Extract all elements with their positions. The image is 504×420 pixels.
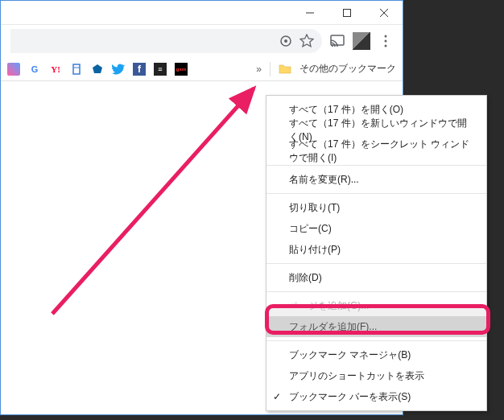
menu-bookmark-manager[interactable]: ブックマーク マネージャ(B) (266, 344, 486, 365)
svg-point-7 (385, 35, 387, 38)
menu-separator (266, 263, 486, 264)
menu-delete[interactable]: 削除(D) (266, 267, 486, 288)
bookmark-item[interactable] (7, 63, 20, 76)
star-icon[interactable] (300, 34, 314, 48)
bookmark-items: G Y! f ≡ gxm (7, 63, 188, 76)
menu-label: ブックマーク バーを表示(S) (289, 390, 411, 404)
browser-toolbar (1, 25, 403, 57)
bookmark-item[interactable]: gxm (175, 63, 188, 76)
target-icon[interactable] (279, 34, 293, 48)
overflow-chevron-icon[interactable]: » (256, 64, 262, 75)
bookmark-item[interactable]: Y! (49, 63, 62, 76)
bookmark-item[interactable]: f (133, 63, 146, 76)
menu-separator (266, 165, 486, 166)
menu-copy[interactable]: コピー(C) (266, 218, 486, 239)
menu-paste[interactable]: 貼り付け(P) (266, 239, 486, 260)
close-button[interactable] (366, 1, 403, 25)
separator (270, 62, 271, 76)
bookmarks-bar: G Y! f ≡ gxm » その他のブックマーク (1, 57, 403, 81)
menu-show-app-shortcuts[interactable]: アプリのショートカットを表示 (266, 365, 486, 386)
other-bookmarks-button[interactable]: その他のブックマーク (300, 62, 396, 76)
menu-show-bookmarks-bar[interactable]: ✓ ブックマーク バーを表示(S) (266, 386, 486, 407)
profile-avatar[interactable] (353, 32, 370, 50)
svg-rect-1 (344, 10, 351, 17)
bookmark-item[interactable] (70, 63, 83, 76)
menu-separator (266, 340, 486, 341)
menu-cut[interactable]: 切り取り(T) (266, 197, 486, 218)
svg-point-9 (385, 45, 387, 47)
check-icon: ✓ (273, 391, 281, 402)
bookmark-item[interactable]: ≡ (154, 63, 167, 76)
bookmark-item[interactable] (91, 63, 104, 76)
menu-separator (266, 291, 486, 292)
maximize-button[interactable] (328, 1, 366, 25)
svg-point-8 (385, 40, 387, 43)
bookmark-item[interactable]: G (28, 63, 41, 76)
omnibox[interactable] (10, 29, 322, 53)
context-menu: すべて（17 件）を開く(O) すべて（17 件）を新しいウィンドウで開く(N)… (266, 95, 487, 411)
menu-separator (266, 193, 486, 194)
menu-open-all-incognito[interactable]: すべて（17 件）をシークレット ウィンドウで開く(I) (266, 141, 486, 162)
cast-icon[interactable] (330, 34, 345, 48)
folder-icon (279, 63, 291, 76)
menu-add-folder[interactable]: フォルダを追加(F)... (266, 316, 486, 337)
window-titlebar (1, 1, 403, 25)
menu-add-page: ページを追加(G)... (266, 295, 486, 316)
menu-rename[interactable]: 名前を変更(R)... (266, 169, 486, 190)
svg-point-5 (284, 39, 287, 43)
bookmark-item[interactable] (112, 63, 125, 76)
minimize-button[interactable] (291, 1, 328, 25)
menu-icon[interactable] (378, 34, 393, 48)
